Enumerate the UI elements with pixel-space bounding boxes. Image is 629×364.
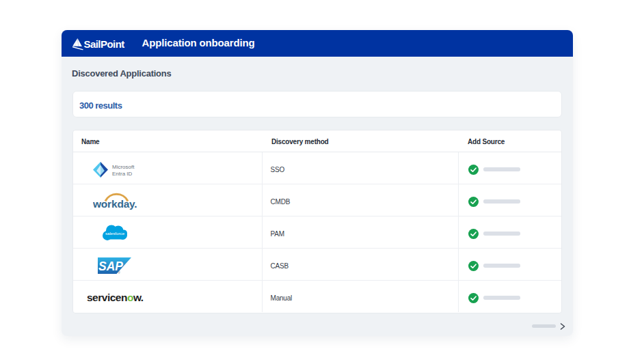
svg-text:Entra ID: Entra ID bbox=[112, 171, 133, 177]
svg-text:Microsoft: Microsoft bbox=[112, 164, 135, 170]
svg-text:salesforce: salesforce bbox=[105, 231, 125, 236]
svg-text:workday.: workday. bbox=[93, 198, 137, 210]
